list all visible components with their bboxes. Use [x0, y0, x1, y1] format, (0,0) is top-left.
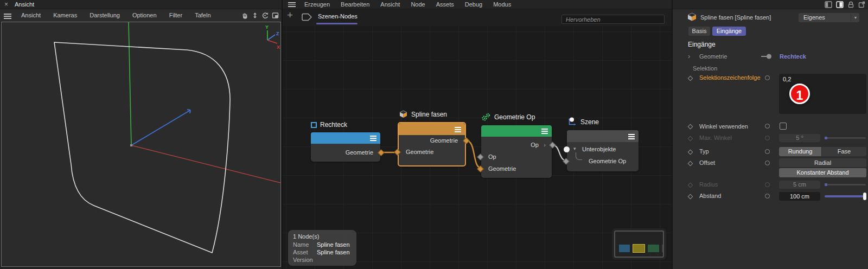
param-typ-label: Typ — [699, 148, 709, 155]
port-unterobjekte[interactable] — [564, 146, 570, 152]
minimap-node-spline-fasen — [633, 244, 645, 253]
preset-value: Eigenes — [803, 14, 825, 21]
connected-port-icon[interactable] — [761, 54, 773, 59]
tab-shape-icon[interactable] — [301, 12, 312, 22]
port-circle-icon[interactable] — [765, 149, 770, 154]
node-rechteck[interactable]: Geometrie — [311, 132, 380, 162]
vp-menu-darstellung[interactable]: Darstellung — [84, 9, 125, 22]
highlight-search-input[interactable] — [561, 15, 665, 24]
minimap-node-szene — [662, 245, 664, 252]
param-diamond-icon[interactable] — [688, 76, 693, 81]
typ-option-rundung[interactable]: Rundung — [779, 147, 821, 156]
node-spline-fasen[interactable]: Geometrie Geometrie — [398, 122, 466, 166]
vp-menu-filter[interactable]: Filter — [164, 9, 188, 22]
geometrie-op-icon — [481, 113, 491, 121]
node-count: 1 Node(s) — [293, 233, 352, 241]
tab-szenen-nodes[interactable]: Szenen-Nodes — [318, 13, 358, 20]
abstand-slider-handle[interactable] — [863, 193, 866, 200]
port-label: Geometrie — [346, 149, 373, 156]
vp-menu-tafeln[interactable]: Tafeln — [189, 9, 216, 22]
node-szene[interactable]: ▾ Unterobjekte Geometrie Op — [567, 130, 639, 171]
node-szene-header[interactable] — [567, 130, 639, 142]
max-winkel-slider-fill — [825, 137, 827, 139]
port-label: Unterobjekte — [582, 146, 616, 152]
port-label: Geometrie — [430, 137, 458, 144]
minimap[interactable] — [612, 228, 666, 260]
port-circle-icon[interactable] — [765, 194, 770, 198]
node-menu-icon[interactable] — [455, 127, 461, 133]
abstand-field[interactable]: 100 cm — [779, 192, 820, 201]
divider-right[interactable] — [672, 0, 673, 269]
node-menu-icon[interactable] — [541, 129, 548, 135]
vp-menu-ansicht[interactable]: Ansicht — [16, 9, 46, 22]
node-rechteck-header[interactable] — [311, 132, 380, 144]
node-title-text: Szene — [580, 118, 599, 126]
tab-eingaenge[interactable]: Eingänge — [712, 27, 746, 36]
menu-node[interactable]: Node — [405, 0, 430, 9]
world-x-axis — [131, 145, 280, 183]
port-row-geometrie-op-child: Geometrie Op — [567, 155, 639, 167]
active-tab-underline — [316, 23, 358, 24]
menu-erzeugen[interactable]: Erzeugen — [299, 0, 335, 9]
node-editor-menu-icon[interactable] — [288, 1, 296, 8]
viewport-3d[interactable]: Y Z X — [1, 22, 281, 267]
param-diamond-icon — [688, 136, 693, 142]
offset-dropdown-radial[interactable]: Radial — [779, 158, 866, 167]
chevron-right-icon: › — [544, 139, 546, 151]
top-strip: × Ansicht Erzeugen Bearbeiten Ansicht No… — [0, 0, 868, 9]
node-menu-icon[interactable] — [628, 134, 635, 140]
port-circle-icon[interactable] — [765, 124, 770, 129]
divider-left[interactable] — [282, 0, 283, 269]
menu-bearbeiten[interactable]: Bearbeiten — [335, 0, 375, 9]
gizmo-z-label: Z — [276, 31, 279, 36]
group-selektion-label: Selektion — [693, 65, 717, 72]
param-diamond-icon[interactable] — [688, 124, 693, 130]
param-diamond-icon[interactable] — [688, 194, 693, 200]
rotate-icon[interactable] — [261, 12, 269, 19]
menu-debug[interactable]: Debug — [459, 0, 488, 9]
node-spline-fasen-header[interactable] — [399, 123, 465, 135]
port-circle-icon[interactable] — [765, 161, 770, 165]
dolly-icon[interactable] — [252, 12, 258, 19]
node-title-szene: Szene — [567, 117, 599, 126]
param-geometrie-value[interactable]: Rechteck — [780, 53, 806, 60]
panel-layout-left-icon[interactable] — [825, 1, 832, 8]
lock-icon[interactable] — [847, 1, 854, 8]
vp-menu-kameras[interactable]: Kameras — [48, 9, 82, 22]
vp-menu-optionen[interactable]: Optionen — [127, 9, 162, 22]
menu-assets[interactable]: Assets — [431, 0, 459, 9]
expand-chevron-icon[interactable]: › — [688, 53, 690, 60]
abstand-slider[interactable] — [825, 195, 866, 197]
param-diamond-icon[interactable] — [688, 161, 693, 166]
param-diamond-icon[interactable] — [688, 150, 693, 155]
node-menu-icon[interactable] — [370, 136, 376, 142]
winkel-verwenden-checkbox[interactable] — [780, 123, 787, 130]
viewport-menu-icon[interactable] — [4, 12, 11, 20]
tab-basis[interactable]: Basis — [688, 27, 710, 36]
node-editor-menubar: Erzeugen Bearbeiten Ansicht Node Assets … — [286, 0, 516, 9]
dropdown-arrow-icon[interactable]: ▾ — [851, 14, 857, 21]
application-window: × Ansicht Erzeugen Bearbeiten Ansicht No… — [0, 0, 868, 269]
panel-layout-right-icon[interactable] — [836, 1, 844, 8]
rechteck-icon — [311, 122, 317, 128]
radius-field: 5 cm — [779, 181, 820, 189]
pan-hand-icon[interactable] — [241, 12, 248, 19]
popout-icon[interactable] — [858, 1, 865, 8]
typ-option-fase[interactable]: Fase — [822, 147, 866, 156]
maximize-view-icon[interactable] — [272, 12, 279, 19]
viewport-close-icon[interactable]: × — [4, 1, 8, 8]
node-canvas[interactable]: Rechteck Geometrie Spline fasen — [283, 26, 672, 269]
offset-konstanter-abstand-button[interactable]: Konstanter Abstand — [779, 168, 866, 177]
node-geometrie-op-header[interactable] — [481, 125, 552, 137]
preset-dropdown[interactable]: Eigenes ▾ — [799, 13, 859, 22]
node-title-text: Rechteck — [320, 121, 347, 129]
port-label: Op — [531, 142, 539, 148]
menu-ansicht[interactable]: Ansicht — [375, 0, 405, 9]
node-geometrie-op[interactable]: Op › Op Geometrie — [481, 125, 552, 178]
menu-modus[interactable]: Modus — [488, 0, 516, 9]
param-geometrie-label: Geometrie — [699, 53, 727, 60]
port-circle-icon[interactable] — [765, 75, 770, 80]
selection-info-box: 1 Node(s) NameSpline fasen AssetSpline f… — [288, 230, 356, 266]
add-tab-icon[interactable]: + — [287, 9, 293, 21]
attribute-manager: Spline fasen [Spline fasen] Eigenes ▾ Ba… — [673, 9, 868, 269]
